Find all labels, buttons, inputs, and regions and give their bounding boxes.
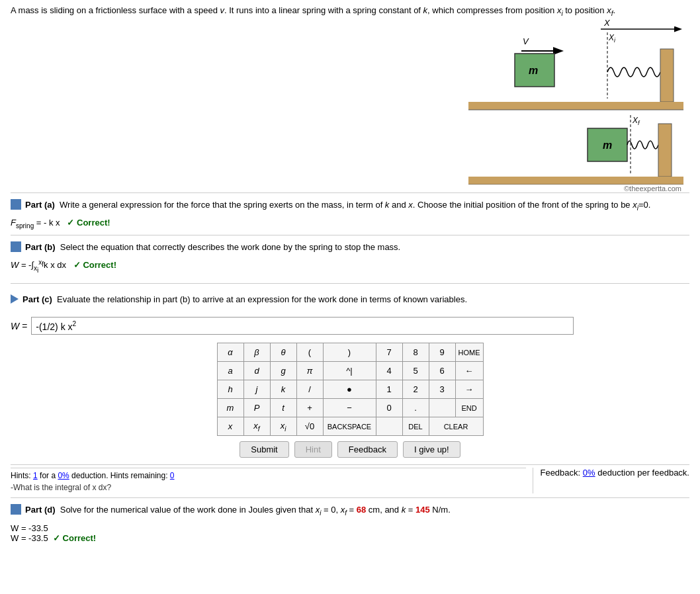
kb-backspace[interactable]: BACKSPACE [323, 417, 376, 436]
part-c-icon [11, 294, 19, 304]
kb-bullet[interactable]: ● [323, 380, 376, 399]
kb-m[interactable]: m [217, 399, 243, 417]
svg-text:m: m [603, 140, 612, 151]
kb-d[interactable]: d [243, 362, 270, 380]
kb-h[interactable]: h [217, 380, 243, 399]
part-d-answer2: W = -33.5 ✓ Correct! [11, 533, 689, 543]
kb-t[interactable]: t [270, 399, 296, 417]
part-a-correct: ✓ Correct! [67, 218, 110, 228]
kb-0[interactable]: 0 [376, 399, 402, 417]
kb-8[interactable]: 8 [402, 343, 429, 362]
hints-col: Hints: 1 for a 0% deduction. Hints remai… [11, 468, 533, 493]
feedback-pct-link[interactable]: 0% [583, 468, 595, 478]
hints-count-link[interactable]: 1 [33, 471, 38, 480]
part-a-icon [11, 199, 21, 210]
watermark: ©theexpertta.com [462, 185, 687, 192]
kb-6[interactable]: 6 [429, 362, 455, 380]
kb-p-cap[interactable]: P [243, 399, 270, 417]
submit-button[interactable]: Submit [240, 441, 288, 458]
kb-pi[interactable]: π [296, 362, 323, 380]
math-keyboard: α β θ ( ) 7 8 9 HOME a d g π ^| 4 [217, 343, 484, 436]
part-c-text: Part (c) Evaluate the relationship in pa… [22, 293, 689, 306]
kb-7[interactable]: 7 [376, 343, 402, 362]
kb-5[interactable]: 5 [402, 362, 429, 380]
hint-text: -What is the integral of x dx? [11, 482, 526, 493]
answer-input-box[interactable]: -(1/2) k x2 [31, 317, 574, 335]
hints-for-label: for a [40, 471, 58, 480]
kb-1[interactable]: 1 [376, 380, 402, 399]
kb-left-arrow[interactable]: ← [455, 362, 483, 380]
kb-2[interactable]: 2 [402, 380, 429, 399]
svg-rect-15 [658, 124, 672, 177]
kb-xf[interactable]: xf [243, 417, 270, 436]
svg-text:X: X [603, 18, 611, 28]
kb-9[interactable]: 9 [429, 343, 455, 362]
svg-rect-8 [660, 49, 674, 102]
kb-k[interactable]: k [270, 380, 296, 399]
hint-button[interactable]: Hint [294, 441, 332, 458]
hints-deduction-link[interactable]: 0% [58, 471, 69, 480]
kb-sqrt[interactable]: √0 [296, 417, 323, 436]
hints-deduction-suffix: deduction. Hints remaining: [71, 471, 170, 480]
kb-a[interactable]: a [217, 362, 243, 380]
give-up-button[interactable]: I give up! [403, 441, 460, 458]
svg-text:Xf: Xf [632, 116, 640, 126]
kb-end[interactable]: END [455, 399, 483, 417]
kb-alpha[interactable]: α [217, 343, 243, 362]
kb-4[interactable]: 4 [376, 362, 402, 380]
part-d-section: Part (d) Solve for the numerical value o… [11, 497, 689, 550]
kb-open-paren[interactable]: ( [296, 343, 323, 362]
kb-minus[interactable]: − [323, 399, 376, 417]
svg-rect-9 [468, 102, 683, 110]
answer-content: -(1/2) k x2 [36, 320, 76, 332]
hints-remaining-link[interactable]: 0 [170, 471, 175, 480]
problem-header: A mass is sliding on a frictionless surf… [0, 0, 700, 19]
part-b-label: Part (b) [25, 242, 56, 252]
part-a-label: Part (a) [25, 200, 55, 210]
part-d-label: Part (d) [25, 505, 56, 515]
kb-dot[interactable]: . [402, 399, 429, 417]
part-d-correct: ✓ Correct! [53, 533, 96, 543]
problem-text: A mass is sliding on a frictionless surf… [11, 4, 689, 19]
kb-clear[interactable]: CLEAR [429, 417, 483, 436]
kb-home[interactable]: HOME [455, 343, 483, 362]
action-buttons: Submit Hint Feedback I give up! [11, 441, 689, 458]
kb-empty2 [376, 417, 402, 436]
kb-right-arrow[interactable]: → [455, 380, 483, 399]
kb-3[interactable]: 3 [429, 380, 455, 399]
kb-plus[interactable]: + [296, 399, 323, 417]
kb-g[interactable]: g [270, 362, 296, 380]
svg-text:Xi: Xi [608, 33, 616, 44]
kb-slash[interactable]: / [296, 380, 323, 399]
kb-close-paren[interactable]: ) [323, 343, 376, 362]
kb-j[interactable]: j [243, 380, 270, 399]
svg-rect-16 [468, 177, 683, 185]
part-b-header: Part (b) Select the equation that correc… [11, 241, 689, 257]
kb-theta[interactable]: θ [270, 343, 296, 362]
part-b-answer: W = -∫xixfk x dx ✓ Correct! [11, 259, 689, 274]
part-c-header: Part (c) Evaluate the relationship in pa… [11, 293, 689, 309]
feedback-button[interactable]: Feedback [337, 441, 398, 458]
kb-x[interactable]: x [217, 417, 243, 436]
part-c-label: Part (c) [22, 294, 52, 304]
part-d-answer1: W = -33.5 [11, 523, 689, 533]
part-a-text: Part (a) Write a general expression for … [25, 198, 689, 213]
kb-empty [429, 399, 455, 417]
part-b-icon [11, 241, 21, 252]
part-d-icon [11, 504, 21, 515]
feedback-label: Feedback: [540, 468, 580, 478]
feedback-text: deduction per feedback. [597, 468, 689, 478]
feedback-col: Feedback: 0% deduction per feedback. [533, 468, 689, 493]
part-d-header: Part (d) Solve for the numerical value o… [11, 503, 689, 521]
svg-text:m: m [529, 65, 538, 76]
hints-feedback-row: Hints: 1 for a 0% deduction. Hints remai… [11, 464, 689, 493]
kb-beta[interactable]: β [243, 343, 270, 362]
answer-prefix: W = [11, 321, 27, 331]
kb-caret-pipe[interactable]: ^| [323, 362, 376, 380]
part-a-header: Part (a) Write a general expression for … [11, 198, 689, 216]
part-d-answers: W = -33.5 W = -33.5 ✓ Correct! [11, 523, 689, 543]
kb-del[interactable]: DEL [402, 417, 429, 436]
part-a-answer: Fspring = - k x ✓ Correct! [11, 218, 689, 230]
part-b-correct: ✓ Correct! [73, 261, 116, 271]
kb-xi[interactable]: xi [270, 417, 296, 436]
